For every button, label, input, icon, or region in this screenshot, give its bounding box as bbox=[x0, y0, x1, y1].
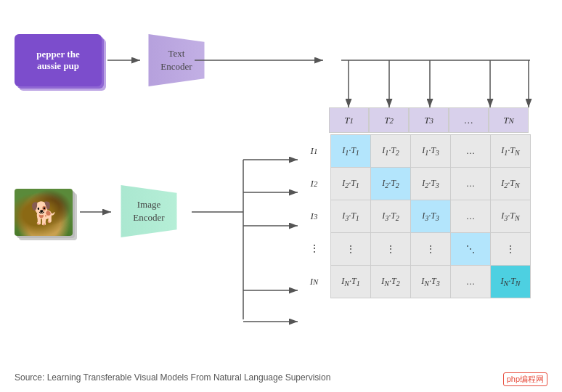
matrix-row-3: I3·T1 I3·T2 I3·T3 … I3·TN bbox=[331, 200, 531, 233]
cell-dots-1: ⋮ bbox=[331, 233, 371, 266]
token-t1: T1 bbox=[329, 107, 369, 133]
source-text: Source: Learning Transferable Visual Mod… bbox=[15, 370, 330, 383]
cell-3-3: I3·T3 bbox=[411, 200, 451, 233]
image-encoder-label: Image Encoder bbox=[109, 198, 189, 224]
cell-1-1: I1·T1 bbox=[331, 135, 371, 168]
cell-dots-n: ⋮ bbox=[491, 233, 531, 266]
token-tn: TN bbox=[489, 107, 529, 133]
i-label-n: IN bbox=[301, 265, 327, 298]
token-dots: … bbox=[449, 107, 489, 133]
cell-3-dots: … bbox=[451, 200, 491, 233]
cell-2-2: I2·T2 bbox=[371, 168, 411, 200]
text-card-front: pepper the aussie pup bbox=[15, 34, 102, 86]
cell-n-1: IN·T1 bbox=[331, 266, 371, 298]
matrix-row-dots: ⋮ ⋮ ⋮ ⋱ ⋮ bbox=[331, 233, 531, 266]
i-label-dots: ⋮ bbox=[301, 232, 327, 265]
cell-2-3: I2·T3 bbox=[411, 168, 451, 200]
cell-dots-3: ⋮ bbox=[411, 233, 451, 266]
i-label-3: I3 bbox=[301, 200, 327, 232]
i-label-1: I1 bbox=[301, 134, 327, 167]
cell-1-2: I1·T2 bbox=[371, 135, 411, 168]
cell-3-2: I3·T2 bbox=[371, 200, 411, 233]
cell-n-3: IN·T3 bbox=[411, 266, 451, 298]
similarity-matrix: I1·T1 I1·T2 I1·T3 … I1·TN I2·T1 I2·T2 I2… bbox=[330, 134, 531, 298]
image-card-front bbox=[15, 189, 73, 236]
i-labels: I1 I2 I3 ⋮ IN bbox=[301, 134, 327, 298]
watermark-text: php编程网 bbox=[507, 375, 544, 383]
i-label-2: I2 bbox=[301, 167, 327, 200]
text-encoder-label: Text Encoder bbox=[137, 47, 216, 73]
token-t3: T3 bbox=[409, 107, 449, 133]
cell-n-dots: … bbox=[451, 266, 491, 298]
text-input-label: pepper the aussie pup bbox=[36, 49, 79, 72]
cell-dots-2: ⋮ bbox=[371, 233, 411, 266]
cell-1-n: I1·TN bbox=[491, 135, 531, 168]
cell-dots-diag: ⋱ bbox=[451, 233, 491, 266]
cell-2-1: I2·T1 bbox=[331, 168, 371, 200]
source-label: Source: Learning Transferable Visual Mod… bbox=[15, 372, 330, 383]
cell-1-3: I1·T3 bbox=[411, 135, 451, 168]
matrix-row-1: I1·T1 I1·T2 I1·T3 … I1·TN bbox=[331, 135, 531, 168]
token-headers: T1 T2 T3 … TN bbox=[329, 107, 529, 133]
token-t2: T2 bbox=[369, 107, 409, 133]
cell-3-n: I3·TN bbox=[491, 200, 531, 233]
cell-2-dots: … bbox=[451, 168, 491, 200]
cell-1-dots: … bbox=[451, 135, 491, 168]
matrix-row-2: I2·T1 I2·T2 I2·T3 … I2·TN bbox=[331, 168, 531, 200]
cell-n-2: IN·T2 bbox=[371, 266, 411, 298]
cell-n-n: IN·TN bbox=[491, 266, 531, 298]
cell-2-n: I2·TN bbox=[491, 168, 531, 200]
matrix-area: I1 I2 I3 ⋮ IN I1·T1 I1·T2 I1·T3 … I1·TN … bbox=[301, 134, 531, 298]
watermark: php编程网 bbox=[503, 372, 547, 386]
dog-image bbox=[15, 189, 73, 236]
matrix-row-n: IN·T1 IN·T2 IN·T3 … IN·TN bbox=[331, 266, 531, 298]
cell-3-1: I3·T1 bbox=[331, 200, 371, 233]
